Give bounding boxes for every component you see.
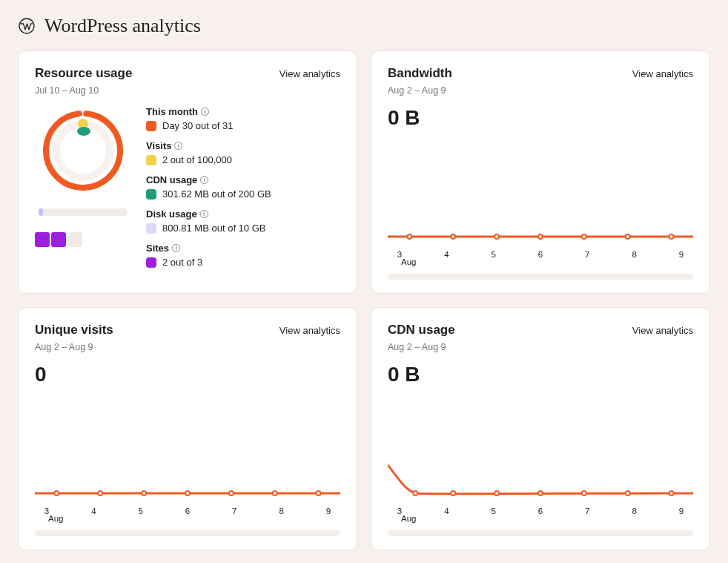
- card-title: Bandwidth: [388, 66, 452, 81]
- view-analytics-link[interactable]: View analytics: [632, 68, 693, 79]
- card-unique-visits: Unique visits View analytics Aug 2 – Aug…: [18, 307, 357, 550]
- card-title: CDN usage: [388, 323, 455, 338]
- legend-title-disk: Disk usagei: [146, 208, 208, 220]
- scroll-track[interactable]: [388, 274, 693, 280]
- svg-point-18: [185, 491, 190, 495]
- legend-title-cdn: CDN usagei: [146, 174, 208, 185]
- unique-visits-line-chart: [35, 456, 340, 501]
- svg-point-17: [142, 491, 146, 495]
- resource-legend: This monthi Day 30 out of 31 Visitsi 2 o…: [146, 106, 340, 277]
- date-range: Aug 2 – Aug 9: [35, 342, 340, 352]
- svg-point-19: [229, 491, 234, 495]
- card-title: Resource usage: [35, 66, 132, 81]
- svg-point-9: [494, 234, 499, 239]
- bandwidth-value: 0 B: [388, 106, 693, 130]
- svg-point-28: [669, 491, 674, 495]
- wordpress-logo-icon: [18, 17, 36, 35]
- svg-point-27: [626, 491, 630, 495]
- svg-point-26: [582, 491, 586, 495]
- swatch-lilac: [146, 223, 156, 234]
- legend-title-month: This monthi: [146, 106, 209, 117]
- svg-point-23: [451, 491, 455, 495]
- swatch-purple: [146, 257, 156, 268]
- disk-usage-bar: [39, 208, 128, 216]
- card-cdn-usage: CDN usage View analytics Aug 2 – Aug 9 0…: [371, 307, 710, 550]
- scroll-track[interactable]: [35, 530, 340, 536]
- svg-point-8: [451, 234, 455, 239]
- svg-point-5: [77, 127, 90, 136]
- card-bandwidth: Bandwidth View analytics Aug 2 – Aug 9 0…: [371, 50, 710, 294]
- svg-point-13: [669, 234, 674, 239]
- date-range: Aug 2 – Aug 9: [388, 85, 693, 96]
- svg-point-24: [494, 491, 499, 495]
- cdn-usage-line-chart: [388, 456, 693, 501]
- svg-point-7: [407, 234, 411, 239]
- info-icon[interactable]: i: [172, 244, 180, 252]
- cdn-usage-value: 0 B: [388, 363, 693, 386]
- resource-donut-chart: [39, 106, 128, 195]
- info-icon[interactable]: i: [174, 142, 182, 150]
- page-title: WordPress analytics: [44, 15, 201, 37]
- svg-point-11: [582, 234, 586, 239]
- swatch-green: [146, 189, 156, 200]
- svg-point-25: [538, 491, 543, 495]
- card-title: Unique visits: [35, 323, 113, 338]
- view-analytics-link[interactable]: View analytics: [632, 325, 693, 336]
- svg-point-21: [317, 491, 321, 495]
- svg-point-10: [538, 234, 543, 239]
- unique-visits-value: 0: [35, 363, 340, 386]
- sites-usage-squares: [35, 232, 82, 247]
- view-analytics-link[interactable]: View analytics: [279, 68, 340, 79]
- view-analytics-link[interactable]: View analytics: [279, 325, 340, 336]
- info-icon[interactable]: i: [201, 108, 209, 116]
- scroll-track[interactable]: [388, 530, 693, 536]
- svg-point-20: [273, 491, 277, 495]
- swatch-yellow: [146, 155, 156, 165]
- svg-point-22: [413, 491, 417, 495]
- card-resource-usage: Resource usage View analytics Jul 10 – A…: [18, 50, 357, 294]
- bandwidth-line-chart: [388, 200, 693, 244]
- info-icon[interactable]: i: [200, 210, 208, 218]
- svg-point-16: [98, 491, 102, 495]
- svg-point-12: [626, 234, 630, 239]
- swatch-orange: [146, 121, 156, 131]
- legend-title-visits: Visitsi: [146, 140, 182, 151]
- legend-title-sites: Sitesi: [146, 243, 180, 254]
- date-range: Jul 10 – Aug 10: [35, 85, 340, 96]
- info-icon[interactable]: i: [200, 176, 208, 184]
- date-range: Aug 2 – Aug 9: [388, 342, 693, 352]
- svg-point-15: [54, 491, 59, 495]
